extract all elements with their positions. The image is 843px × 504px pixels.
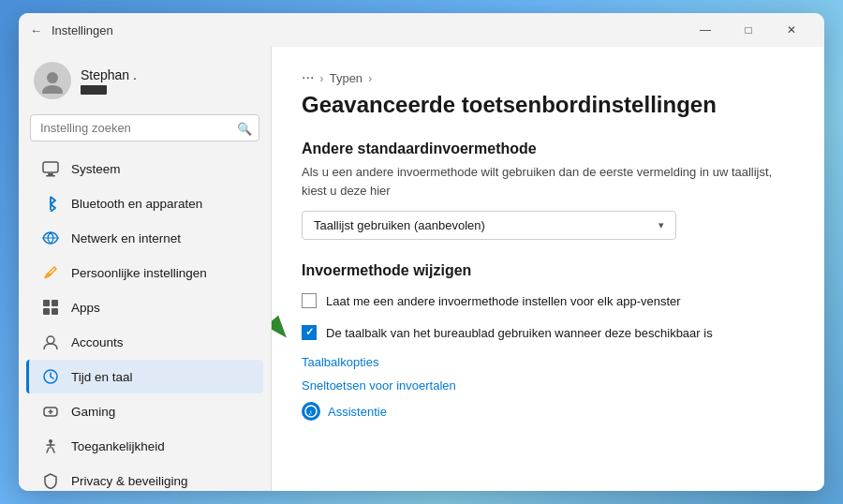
section2-title: Invoermethode wijzigen: [302, 262, 794, 279]
input-method-dropdown[interactable]: Taallijst gebruiken (aanbevolen) ▾: [302, 211, 676, 240]
svg-rect-7: [52, 300, 58, 306]
links-section: Taalbalkopties Sneltoetsen voor invoerta…: [302, 355, 794, 393]
sidebar-item-systeem[interactable]: Systeem: [26, 152, 263, 185]
checkbox-per-app[interactable]: [302, 293, 317, 308]
window-controls: — □ ✕: [684, 15, 813, 45]
person-icon: [41, 333, 60, 351]
settings-window: ← Instellingen — □ ✕ Stephan .: [19, 13, 824, 491]
avatar: [34, 62, 71, 99]
taalbalkopties-link[interactable]: Taalbalkopties: [302, 355, 794, 369]
user-status-bar: [81, 85, 107, 95]
accessibility-icon: [41, 437, 60, 455]
svg-point-0: [47, 72, 58, 83]
breadcrumb-sep1: ›: [319, 71, 323, 85]
titlebar: ← Instellingen — □ ✕: [19, 13, 824, 47]
svg-rect-8: [43, 308, 50, 315]
main-content: ··· › Typen › Geavanceerde toetsenbordin…: [272, 47, 824, 491]
sidebar-item-accounts[interactable]: Accounts: [26, 325, 263, 359]
breadcrumb-sep2: ›: [368, 71, 372, 85]
chevron-down-icon: ▾: [658, 219, 664, 231]
sidebar-item-apps[interactable]: Apps: [26, 290, 263, 324]
section1-title: Andere standaardinvoermethode: [302, 141, 794, 157]
arrow-container: De taalbalk van het bureaublad gebruiken…: [302, 324, 794, 343]
checkbox-taalbalk[interactable]: [302, 325, 317, 340]
monitor-icon: [41, 159, 60, 178]
svg-rect-9: [52, 308, 58, 315]
sidebar-item-netwerk[interactable]: Netwerk en internet: [26, 221, 263, 255]
bluetooth-icon: [41, 194, 60, 213]
sidebar-item-privacy[interactable]: Privacy & beveiliging: [26, 464, 263, 491]
assistentie-icon: ♪: [302, 402, 320, 421]
breadcrumb: ··· › Typen ›: [302, 69, 794, 86]
sidebar-item-toegankelijkheid[interactable]: Toegankelijkheid: [26, 429, 263, 463]
clock-icon: [41, 367, 60, 386]
sidebar-item-tijd[interactable]: Tijd en taal: [26, 360, 263, 393]
page-title: Geavanceerde toetsenbordinstellingen: [302, 92, 794, 118]
svg-rect-3: [48, 173, 53, 175]
checkbox-row-2: De taalbalk van het bureaublad gebruiken…: [302, 324, 794, 343]
back-button[interactable]: ←: [30, 23, 42, 37]
sidebar-item-bluetooth[interactable]: Bluetooth en apparaten: [26, 186, 263, 220]
network-icon: [41, 229, 60, 247]
window-title: Instellingen: [52, 23, 684, 37]
sidebar-item-persoonlijk[interactable]: Persoonlijke instellingen: [26, 256, 263, 289]
sneltoetsen-link[interactable]: Sneltoetsen voor invoertalen: [302, 378, 794, 393]
assistentie-link[interactable]: Assistentie: [328, 405, 387, 419]
brush-icon: [41, 263, 60, 282]
dropdown-label: Taallijst gebruiken (aanbevolen): [314, 218, 485, 232]
nav-list: Systeem Bluetooth en apparaten Netwerk e…: [19, 151, 271, 491]
breadcrumb-dots[interactable]: ···: [302, 69, 314, 86]
checkbox1-label: Laat me een andere invoermethode instell…: [326, 292, 681, 311]
sidebar: Stephan . 🔍 Systeem: [19, 47, 272, 491]
search-input[interactable]: [30, 114, 259, 141]
svg-rect-2: [43, 162, 58, 172]
shield-icon: [41, 471, 60, 490]
assistentie-row: ♪ Assistentie: [302, 402, 794, 421]
search-icon: 🔍: [237, 121, 252, 135]
checkbox-row-1: Laat me een andere invoermethode instell…: [302, 292, 794, 311]
section1-desc: Als u een andere invoermethode wilt gebr…: [302, 163, 794, 200]
close-button[interactable]: ✕: [770, 15, 813, 45]
checkbox2-label: De taalbalk van het bureaublad gebruiken…: [326, 324, 713, 343]
user-name: Stephan .: [81, 67, 137, 82]
user-section: Stephan .: [19, 47, 271, 109]
breadcrumb-typen[interactable]: Typen: [330, 71, 362, 85]
svg-text:♪: ♪: [308, 408, 313, 417]
svg-point-1: [42, 85, 63, 94]
svg-point-10: [47, 336, 54, 344]
svg-rect-4: [46, 175, 55, 177]
svg-rect-6: [43, 300, 50, 306]
apps-icon: [41, 298, 60, 317]
user-info: Stephan .: [81, 67, 137, 95]
game-icon: [41, 402, 60, 421]
window-body: Stephan . 🔍 Systeem: [19, 47, 824, 491]
maximize-button[interactable]: □: [727, 15, 770, 45]
minimize-button[interactable]: —: [684, 15, 727, 45]
search-box: 🔍: [30, 114, 259, 141]
sidebar-item-gaming[interactable]: Gaming: [26, 394, 263, 428]
